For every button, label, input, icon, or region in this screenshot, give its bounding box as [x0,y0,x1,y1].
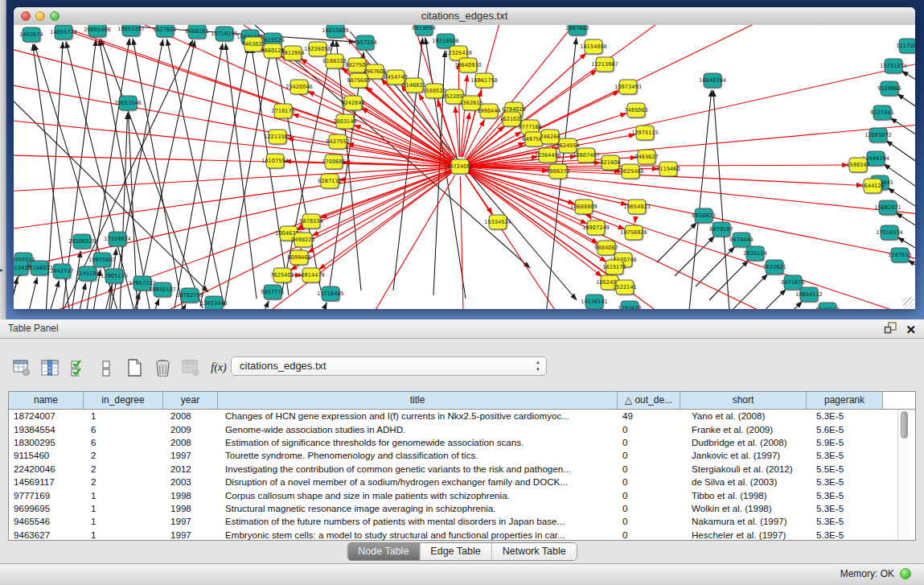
citation-edge-black[interactable] [897,94,915,117]
citation-edge-black[interactable] [66,42,134,309]
graph-node[interactable]: 5878334 [299,214,322,230]
graph-node[interactable]: 16961758 [470,73,498,89]
citation-edge-black[interactable] [890,117,915,142]
graph-node[interactable]: 1644126 [860,179,884,195]
graph-node[interactable]: 12923448 [200,296,228,309]
table-row[interactable]: 1872400712008Changes of HCN gene express… [9,410,915,422]
graph-node[interactable]: 9329966 [877,81,901,97]
citation-edge-red[interactable] [455,106,459,157]
table-row[interactable]: 1830029562008Estimation of significance … [9,436,915,449]
table-settings-icon[interactable] [11,357,32,378]
citation-edge-red[interactable] [14,167,450,194]
graph-node[interactable]: 10973493 [614,80,642,96]
graph-node[interactable]: 9498222 [291,233,314,249]
left-splitter[interactable]: ▸ [0,0,6,319]
graph-node[interactable]: 1990444 [477,104,500,120]
graph-node[interactable]: 9463627 [634,150,658,166]
graph-node[interactable]: 8912954 [281,46,304,62]
column-header-out_degree[interactable]: △ out_de... [618,392,680,409]
graph-node[interactable]: 18907249 [582,220,610,237]
close-panel-icon[interactable]: ✕ [906,323,916,336]
table-vertical-scrollbar[interactable] [897,410,910,540]
citation-edge-black[interactable] [28,278,37,309]
graph-node[interactable]: 14136141 [581,295,608,309]
table-select-dropdown[interactable]: citations_edges.txt ▲▼ [231,356,547,376]
tab-node-table[interactable]: Node Table [347,543,419,560]
graph-node[interactable]: 9875685 [347,73,370,89]
graph-node[interactable]: 1700686 [322,154,345,171]
citation-edge-black[interactable] [747,289,786,309]
graph-node[interactable]: 10688809 [570,200,598,216]
delete-table-disabled-icon[interactable] [180,357,201,378]
citation-edge-black[interactable] [175,43,223,308]
citation-edge-black[interactable] [886,141,915,166]
graph-node[interactable]: 8938923 [692,208,715,225]
graph-node[interactable]: 15334524 [484,215,511,231]
table-row[interactable]: 1938455462009Genome-wide association stu… [9,422,915,435]
graph-node[interactable]: 1615172 [602,260,626,276]
citation-edge-red[interactable] [466,175,577,309]
window-titlebar[interactable]: citations_edges.txt [14,7,915,26]
table-row[interactable]: 946554611997Estimation of the future num… [9,515,915,528]
graph-node[interactable]: 15716485 [317,286,344,303]
graph-node[interactable]: 9245652 [815,303,839,309]
graph-node[interactable]: 17359924 [104,232,131,248]
graph-node[interactable]: 2935114 [743,246,766,262]
graph-node[interactable]: 8813054 [412,25,435,37]
float-window-icon[interactable] [884,322,897,337]
graph-node[interactable]: 16033809 [322,25,349,39]
graph-node[interactable]: 7857224 [353,35,376,51]
graph-node[interactable]: 8186328 [322,54,346,70]
graph-node[interactable]: 10025488 [617,164,644,180]
network-canvas-container[interactable]: 1403574140557242089140610653287152760294… [14,25,915,309]
graph-node[interactable]: 10653287 [117,25,145,38]
citation-edge-black[interactable] [72,251,80,309]
column-header-pagerank[interactable]: pagerank [807,392,883,409]
column-header-year[interactable]: year [163,392,218,409]
graph-node[interactable]: 8427552 [326,134,349,150]
window-resize-grip[interactable] [903,297,914,308]
table-row[interactable]: 911546021997Tourette syndrome. Phenomeno… [9,449,915,462]
citation-edge-black[interactable] [101,39,203,308]
graph-node[interactable]: 1167535 [888,248,911,264]
graph-node[interactable]: 1403574 [19,27,43,43]
graph-node[interactable]: 20206535 [68,234,96,250]
citation-edge-black[interactable] [252,47,289,295]
citation-edge-black[interactable] [261,301,269,309]
citation-edge-black[interactable] [763,301,803,309]
graph-node[interactable]: 2718176 [271,104,294,120]
graph-node[interactable]: 15692971 [874,200,901,216]
select-all-icon[interactable] [68,357,88,378]
function-fx-icon[interactable]: f(x) [208,357,229,378]
citation-edge-black[interactable] [321,303,326,309]
table-row[interactable]: 2242004622012Investigating the contribut… [9,463,915,476]
table-row[interactable]: 946362711997Embryonic stem cells: a mode… [9,529,915,541]
graph-node[interactable]: 18107554 [261,154,289,170]
graph-node[interactable]: 8267130 [318,174,341,190]
citation-edge-red[interactable] [361,108,451,162]
column-header-short[interactable]: short [680,392,807,409]
graph-node[interactable]: 8099468 [287,250,310,266]
graph-node[interactable]: 9227341 [870,105,893,122]
graph-node[interactable]: 9466161 [185,25,208,40]
graph-node[interactable]: 20364486 [534,148,561,164]
graph-node[interactable]: 9115460 [656,162,680,178]
graph-node[interactable]: 9857771 [261,285,284,301]
tab-edge-table[interactable]: Edge Table [419,543,491,560]
graph-node[interactable]: 1598342 [846,158,869,174]
citation-edge-black[interactable] [225,43,257,299]
citation-edge-red[interactable] [634,216,635,223]
column-header-title[interactable]: title [218,392,618,409]
graph-node[interactable]: 7625402 [270,268,294,284]
graph-node[interactable]: 12975115 [631,126,659,142]
citation-edge-black[interactable] [136,41,195,309]
graph-node[interactable]: 2887682 [565,25,589,37]
citation-edge-black[interactable] [675,236,715,276]
tab-network-table[interactable]: Network Table [491,543,577,560]
column-header-name[interactable]: name [9,392,84,409]
graph-node[interactable]: 2803144 [333,114,356,130]
graph-node[interactable]: 16782759 [176,288,203,304]
graph-node[interactable]: 1117305 [896,39,915,55]
citation-edge-black[interactable] [152,299,159,309]
new-document-icon[interactable] [124,357,145,378]
